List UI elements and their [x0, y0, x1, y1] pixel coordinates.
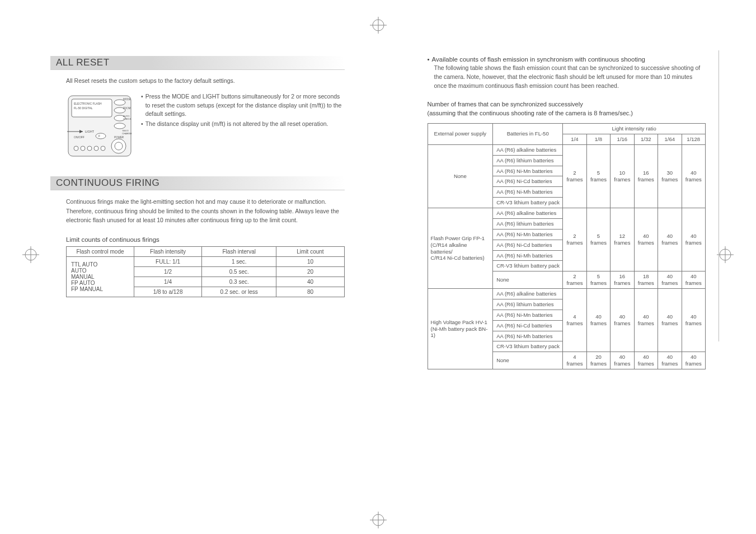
th-ratio: 1/8: [586, 134, 610, 144]
device-label-title1: ELECTRONIC FLASH: [74, 102, 102, 105]
svg-point-22: [96, 133, 106, 139]
device-illustration: ELECTRONIC FLASH FL-50 DIGITAL MODE ZOOM…: [66, 92, 133, 160]
device-label-light: LIGHT: [85, 130, 95, 133]
th-ext: External power supply: [428, 124, 493, 145]
th-batt: Batteries in FL-50: [493, 124, 563, 145]
td-val: 2 frames: [563, 208, 586, 271]
td-batt-none: None: [493, 352, 563, 369]
td-val: 40 frames: [634, 208, 658, 271]
right-bullet-title: Available counts of flash emission in sy…: [432, 56, 645, 63]
td-val: 40 frames: [682, 271, 706, 289]
td-val: 5 frames: [586, 271, 610, 289]
td-batt: AA (R6) Ni-Mn batteries: [493, 166, 563, 176]
rule-right: [719, 50, 719, 341]
td-batt-none: None: [493, 271, 563, 289]
td-batt: AA (R6) Ni-Mh batteries: [493, 250, 563, 261]
limit-counts-subheading: Limit counts of continuous firings: [66, 236, 345, 243]
td-val: 40 frames: [634, 289, 658, 352]
td-val: 12 frames: [611, 208, 634, 271]
device-label-onoff: ON/OFF: [74, 135, 84, 139]
right-column: • Available counts of flash emission in …: [412, 56, 706, 512]
td-ext: Flash Power Grip FP-1 (C/R14 alkaline ba…: [428, 208, 493, 289]
all-reset-bullets: • Press the MODE and LIGHT buttons simul…: [141, 92, 345, 160]
td-batt: AA (R6) Ni-Mn batteries: [493, 310, 563, 320]
th-intensity: Flash intensity: [134, 247, 202, 257]
td-val: 10 frames: [611, 144, 634, 208]
table-row: Flash Power Grip FP-1 (C/R14 alkaline ba…: [428, 208, 706, 219]
td-batt: AA (R6) alkaline batteries: [493, 144, 563, 155]
svg-point-24: [115, 142, 123, 150]
td-batt: CR-V3 lithium battery pack: [493, 341, 563, 352]
bullet-item: • The distance display unit (m/ft) is no…: [141, 120, 345, 129]
crop-mark-left: [22, 246, 39, 263]
td-val: 40 frames: [611, 289, 634, 352]
bullet-text: Press the MODE and LIGHT buttons simulta…: [145, 92, 345, 119]
heading-continuous-firing: CONTINUOUS FIRING: [50, 176, 345, 190]
td-batt: AA (R6) Ni-Mh batteries: [493, 187, 563, 198]
td-val: 2 frames: [563, 271, 586, 289]
td-val: 20 frames: [586, 352, 610, 369]
td-val: 40 frames: [658, 289, 682, 352]
bullet-dot: •: [141, 120, 143, 129]
svg-point-27: [87, 146, 92, 151]
td-intensity: 1/2: [134, 267, 202, 277]
td-val: 40 frames: [658, 271, 682, 289]
svg-point-26: [81, 146, 85, 151]
td-val: 30 frames: [658, 144, 682, 208]
td-batt: AA (R6) alkaline batteries: [493, 208, 563, 219]
th-ratio: 1/4: [563, 134, 586, 144]
td-intensity: 1/4: [134, 277, 202, 287]
td-batt: AA (R6) lithium batteries: [493, 299, 563, 310]
device-label-title2: FL-50 DIGITAL: [74, 106, 93, 110]
td-val: 40 frames: [634, 352, 658, 369]
td-batt: AA (R6) alkaline batteries: [493, 289, 563, 299]
th-count: Limit count: [276, 247, 344, 257]
td-batt: AA (R6) Ni-Cd batteries: [493, 320, 563, 331]
th-ratio: 1/16: [611, 134, 634, 144]
svg-text:CHARGE: CHARGE: [122, 132, 132, 135]
heading-all-reset: ALL RESET: [50, 56, 345, 70]
td-val: 16 frames: [611, 271, 634, 289]
td-batt: AA (R6) lithium batteries: [493, 155, 563, 166]
all-reset-row: ELECTRONIC FLASH FL-50 DIGITAL MODE ZOOM…: [66, 92, 345, 160]
svg-point-29: [101, 146, 105, 151]
td-batt: AA (R6) Ni-Cd batteries: [493, 240, 563, 250]
table-row: External power supply Batteries in FL-50…: [428, 124, 706, 134]
device-label-power: POWER: [114, 136, 124, 139]
td-count: 40: [276, 277, 344, 287]
td-val: 5 frames: [586, 208, 610, 271]
td-batt: AA (R6) lithium batteries: [493, 218, 563, 229]
svg-point-17: [114, 123, 125, 129]
left-column: ALL RESET All Reset resets the custom se…: [50, 56, 345, 512]
limit-counts-table: Flash control mode Flash intensity Flash…: [66, 246, 345, 297]
td-val: 5 frames: [586, 144, 610, 208]
th-mode: Flash control mode: [67, 247, 134, 257]
td-count: 10: [276, 257, 344, 267]
td-val: 40 frames: [611, 352, 634, 369]
td-val: 16 frames: [634, 144, 658, 208]
device-label-mode: MODE: [123, 98, 131, 101]
table-row: High Voltage Pack HV-1 (Ni-Mh battery pa…: [428, 289, 706, 299]
td-modes: TTL AUTO AUTO MANUAL FP AUTO FP MANUAL: [67, 257, 134, 297]
td-ext: High Voltage Pack HV-1 (Ni-Mh battery pa…: [428, 289, 493, 369]
bullet-dot: •: [141, 92, 143, 119]
device-label-zoom: ZOOM: [123, 107, 131, 110]
td-val: 4 frames: [563, 352, 586, 369]
frames-subheading: Number of frames that can be synchronize…: [428, 100, 706, 118]
td-val: 40 frames: [658, 352, 682, 369]
th-ratio: 1/32: [634, 134, 658, 144]
td-count: 20: [276, 267, 344, 277]
td-interval: 1 sec.: [202, 257, 276, 267]
td-val: 40 frames: [658, 208, 682, 271]
th-ratio-top: Light intensity ratio: [563, 124, 706, 134]
td-val: 40 frames: [586, 289, 610, 352]
td-intensity: 1/8 to a/128: [134, 287, 202, 297]
td-ext: None: [428, 144, 493, 208]
td-batt: CR-V3 lithium battery pack: [493, 261, 563, 271]
svg-point-25: [74, 146, 78, 151]
all-reset-intro: All Reset resets the custom setups to th…: [66, 77, 345, 86]
td-count: 80: [276, 287, 344, 297]
th-interval: Flash interval: [202, 247, 276, 257]
table-row: None AA (R6) alkaline batteries 2 frames…: [428, 144, 706, 155]
td-val: 40 frames: [682, 289, 706, 352]
